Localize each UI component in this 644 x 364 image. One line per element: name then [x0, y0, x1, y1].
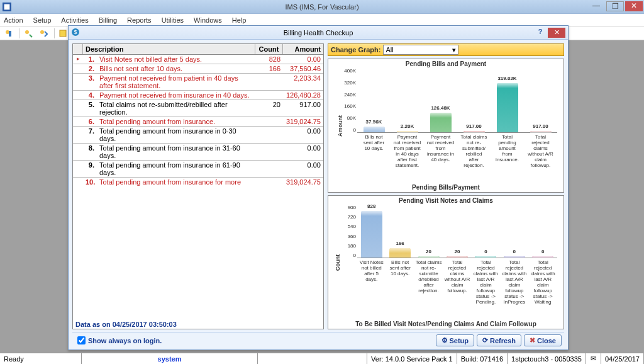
row-index: 9. — [83, 161, 97, 177]
row-index: 5. — [83, 100, 97, 117]
chart-subtitle: Pending Bills/Payment — [328, 184, 564, 191]
row-count — [255, 74, 283, 90]
row-count: 166 — [255, 64, 283, 73]
menu-action[interactable]: Action — [4, 16, 23, 24]
chart-plot: 37.56K2.20K126.48K917.00319.02K917.00 — [357, 71, 557, 133]
chart-pending-notes: Pending Visit Notes and ClaimsCount90072… — [328, 195, 564, 329]
chart-bar[interactable]: 828 — [361, 211, 382, 258]
menu-help[interactable]: Help — [232, 16, 247, 24]
close-button[interactable]: ✖ Close — [524, 334, 562, 346]
svg-rect-1 — [4, 4, 10, 10]
chart-bar[interactable]: 20 — [447, 256, 468, 258]
expand-icon[interactable] — [73, 127, 83, 143]
setup-button[interactable]: ⚙ Setup — [436, 334, 475, 346]
dialog-title: Billing Health Checkup — [284, 29, 353, 37]
chart-category: Payment not received from patient in 40 … — [394, 134, 421, 181]
toolbar-btn-1[interactable] — [3, 28, 15, 39]
chart-bar[interactable]: 37.56K — [364, 127, 385, 132]
chart-yticks: 9007205403601800 — [337, 205, 356, 258]
toolbar-btn-2[interactable] — [22, 28, 35, 39]
expand-icon[interactable] — [73, 144, 83, 160]
minimize-button[interactable]: — — [587, 1, 605, 11]
toolbar-btn-4[interactable] — [57, 28, 69, 39]
table-row[interactable]: 3.Payment not received from patient in 4… — [73, 74, 323, 91]
status-host: 1stpctouch3 - 0050335 — [508, 353, 586, 364]
close-icon: ✖ — [530, 336, 535, 344]
chart-bar[interactable]: 0 — [475, 256, 496, 258]
toolbar-btn-3[interactable] — [37, 28, 50, 39]
expand-icon[interactable] — [73, 161, 83, 177]
expand-icon[interactable] — [73, 117, 83, 126]
svg-text:$: $ — [74, 29, 77, 35]
chart-categories: Visit Notes not billed after 5 days.Bill… — [357, 259, 557, 317]
row-count: 828 — [255, 55, 283, 64]
expand-icon[interactable] — [73, 178, 83, 187]
chart-bar[interactable]: 0 — [532, 256, 553, 258]
change-graph-select[interactable]: All ▾ — [383, 45, 458, 55]
table-row[interactable]: 9.Total pending amount from insurance in… — [73, 161, 323, 178]
bar-label: 2.20K — [401, 123, 414, 129]
menu-setup[interactable]: Setup — [33, 16, 52, 24]
show-always-checkbox[interactable]: Show always on login. — [75, 334, 162, 346]
table-row[interactable]: 8.Total pending amount from insurance in… — [73, 144, 323, 161]
dialog-footer: Show always on login. ⚙ Setup ⟳ Refresh … — [72, 332, 564, 347]
show-always-input[interactable] — [77, 336, 86, 344]
menu-bar: Action Setup Activities Billing Reports … — [0, 14, 644, 26]
bar-label: 828 — [367, 203, 375, 209]
chart-category: Total claims not re-submitted/ rebilled … — [460, 134, 488, 181]
chart-bar[interactable]: 0 — [504, 256, 525, 258]
menu-reports[interactable]: Reports — [127, 16, 152, 24]
menu-windows[interactable]: Windows — [194, 16, 222, 24]
expand-icon[interactable]: ▸ — [73, 55, 83, 64]
chart-bar[interactable]: 20 — [418, 256, 440, 258]
change-graph-value: All — [386, 46, 393, 54]
chart-title: Pending Visit Notes and Claims — [328, 197, 564, 204]
status-date: 04/25/2017 — [601, 353, 644, 364]
dialog-close-button[interactable]: ✕ — [548, 28, 565, 38]
row-desc: Bills not sent after 10 days. — [97, 64, 255, 73]
row-amount: 319,024.75 — [283, 117, 323, 126]
table-row[interactable]: 10.Total pending amount from insurance f… — [73, 178, 323, 187]
dialog-help-button[interactable]: ? — [535, 28, 545, 38]
table-row[interactable]: 6.Total pending amount from insurance.31… — [73, 117, 323, 127]
row-index: 7. — [83, 127, 97, 143]
bar-label: 917.00 — [533, 123, 548, 129]
col-desc[interactable]: Description — [83, 44, 255, 54]
table-row[interactable]: 4.Payment not received from insurance in… — [73, 91, 323, 100]
row-count — [255, 127, 283, 143]
chart-bar[interactable]: 917.00 — [530, 131, 552, 132]
status-mail-icon[interactable]: ✉ — [586, 353, 601, 364]
expand-icon[interactable] — [73, 91, 83, 100]
row-index: 3. — [83, 74, 97, 90]
table-row[interactable]: 7.Total pending amount from insurance in… — [73, 127, 323, 144]
chart-bar[interactable]: 2.20K — [397, 131, 418, 132]
chart-bar[interactable]: 917.00 — [464, 131, 485, 132]
refresh-button[interactable]: ⟳ Refresh — [477, 334, 521, 346]
table-row[interactable]: 2.Bills not sent after 10 days.16637,560… — [73, 64, 323, 74]
restore-button[interactable]: ❐ — [606, 1, 624, 11]
row-index: 4. — [83, 91, 97, 100]
col-amount[interactable]: Amount — [283, 44, 323, 54]
status-ready: Ready — [0, 353, 82, 364]
status-bar: Ready system Ver: 14.0.0 Service Pack 1 … — [0, 353, 644, 364]
chart-bar[interactable]: 166 — [389, 248, 411, 258]
chart-bar[interactable]: 319.02K — [497, 83, 518, 132]
menu-activities[interactable]: Activities — [61, 16, 88, 24]
expand-icon[interactable] — [73, 74, 83, 90]
col-count[interactable]: Count — [255, 44, 283, 54]
menu-billing[interactable]: Billing — [99, 16, 117, 24]
bar-label: 126.48K — [431, 105, 450, 111]
mdi-client: $ Billing Health Checkup ? ✕ Description… — [0, 40, 644, 353]
show-always-label: Show always on login. — [88, 337, 162, 344]
table-row[interactable]: ▸1.Visit Notes not billed after 5 days.8… — [73, 55, 323, 64]
expand-icon[interactable] — [73, 64, 83, 73]
row-amount: 0.00 — [283, 144, 323, 160]
chart-category: Payment not received from insurance in 4… — [427, 134, 455, 181]
expand-icon[interactable] — [73, 100, 83, 117]
window-close-button[interactable]: ✕ — [625, 1, 643, 11]
table-row[interactable]: 5.Total claims not re-submitted/rebilled… — [73, 100, 323, 117]
row-desc: Total claims not re-submitted/rebilled a… — [97, 100, 255, 117]
chart-bar[interactable]: 126.48K — [430, 113, 452, 132]
chart-category: Total pending amount from insurance. — [494, 134, 521, 181]
menu-utilities[interactable]: Utilities — [162, 16, 184, 24]
